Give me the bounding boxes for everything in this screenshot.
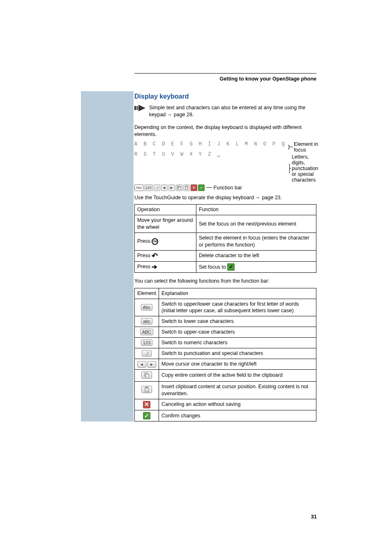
elems-header-element: Element	[135, 288, 159, 299]
table-row: Element Explanation	[135, 288, 316, 299]
ops-row4-fn: Set focus to ✓	[196, 261, 316, 272]
el-paste-desc: Insert clipboard content at cursor posit…	[159, 381, 316, 399]
el-arrows-desc: Move cursor one character to the right/l…	[159, 359, 316, 369]
el-abc-upper: ABC	[135, 327, 159, 338]
svg-rect-0	[134, 106, 136, 110]
key-punct-icon: .,!	[142, 350, 152, 357]
forward-arrow-icon: ➔	[152, 264, 157, 270]
funcbar-cancel-icon: ✕	[191, 184, 197, 191]
funcbar-left-icon: ◄	[161, 184, 168, 191]
table-row: .,! Switch to punctuation and special ch…	[135, 348, 316, 359]
svg-rect-10	[146, 387, 148, 388]
ops-row3-label: Press	[137, 253, 152, 258]
ops-row4-fn-text: Set focus to	[199, 264, 227, 270]
funcbar-abc-icon: Abc	[134, 184, 143, 191]
section-title: Display keyboard	[134, 93, 316, 100]
el-abc-upper-desc: Switch to upper-case characters	[159, 327, 316, 338]
el-copy	[135, 369, 159, 381]
key-123-icon: 123	[141, 339, 152, 346]
table-row: Abc Switch to upper/lower case character…	[135, 299, 316, 316]
elems-header-explanation: Explanation	[159, 288, 316, 299]
el-paste	[135, 381, 159, 399]
kb-letters-row-2: R S T U V W X Y Z ␣	[134, 151, 222, 157]
body-text-touchguide-b: page 23.	[262, 195, 282, 200]
table-row: ✕ Canceling an action without saving	[135, 399, 316, 410]
page-content: Display keyboard Simple text and charact…	[134, 73, 316, 421]
el-123-desc: Switch to numeric characters	[159, 338, 316, 348]
key-copy-icon	[141, 371, 152, 379]
body-text-context: Depending on the context, the display ke…	[134, 124, 316, 138]
key-abc-upper-icon: ABC	[140, 329, 154, 335]
table-row: Insert clipboard content at cursor posit…	[135, 381, 316, 399]
ops-row4-label: Press	[137, 264, 152, 269]
el-punct: .,!	[135, 348, 159, 359]
el-confirm-desc: Confirm changes	[159, 410, 316, 421]
annotation-letters: Letters, digits, punctuation or special …	[292, 154, 323, 183]
note-text: Simple text and characters can also be e…	[149, 104, 316, 118]
operations-table: Operation Function Move your finger arou…	[134, 204, 316, 272]
confirm-check-icon: ✓	[227, 263, 235, 271]
left-accent-bar	[81, 91, 134, 421]
table-row: ABC Switch to upper-case characters	[135, 327, 316, 338]
svg-rect-1	[136, 106, 138, 110]
funcbar-right-icon: ►	[168, 184, 175, 191]
annotation-funcbar: Function bar	[214, 185, 242, 191]
el-arrows: ◄ ►	[135, 359, 159, 369]
el-abc-mixed-desc: Switch to upper/lower case characters fo…	[159, 299, 316, 316]
note-block: Simple text and characters can also be e…	[134, 104, 316, 118]
table-row: Move your finger around the wheel Set th…	[135, 215, 316, 233]
el-punct-desc: Switch to punctuation and special charac…	[159, 348, 316, 359]
ops-row4-op: Press ➔	[135, 261, 196, 272]
table-row: Press ↶ Delete character to the left	[135, 250, 316, 261]
display-keyboard-diagram: A B C D E F G H I J K L M N O P Q R S T …	[134, 141, 316, 191]
funcbar-punct-icon: .,!	[154, 184, 160, 191]
annotation-focus: Element in focus	[294, 141, 323, 153]
el-cancel: ✕	[135, 399, 159, 410]
key-right-arrow-icon: ►	[147, 361, 156, 368]
key-abc-mixed-icon: Abc	[141, 304, 153, 311]
el-abc-lower: abc	[135, 316, 159, 327]
table-row: Copy entire content of the active field …	[135, 369, 316, 381]
table-row: ◄ ► Move cursor one character to the rig…	[135, 359, 316, 369]
funcbar-confirm-icon: ✓	[198, 184, 205, 191]
page-number: 31	[311, 514, 317, 520]
el-cancel-desc: Canceling an action without saving	[159, 399, 316, 410]
key-left-arrow-icon: ◄	[137, 361, 146, 368]
el-123: 123	[135, 338, 159, 348]
back-arrow-icon: ↶	[152, 252, 158, 260]
elements-table: Element Explanation Abc Switch to upper/…	[134, 288, 316, 422]
svg-rect-4	[178, 187, 181, 190]
funcbar-copy-icon	[176, 184, 182, 191]
note-icon	[134, 104, 146, 113]
body-text-funcbar-select: You can select the following functions f…	[134, 278, 316, 285]
note-text-main: Simple text and characters can also be e…	[149, 105, 305, 117]
svg-rect-5	[185, 186, 188, 189]
ops-header-function: Function	[196, 205, 316, 215]
ops-row1-op: Move your finger around the wheel	[135, 215, 196, 233]
table-row: Operation Function	[135, 205, 316, 215]
key-confirm-icon: ✓	[143, 412, 150, 419]
note-xref: page 28.	[174, 112, 194, 117]
svg-rect-8	[146, 374, 149, 378]
svg-marker-2	[138, 105, 145, 111]
svg-rect-6	[186, 186, 187, 187]
ops-row1-fn: Set the focus on the next/previous eleme…	[196, 215, 316, 233]
funcbar-paste-icon	[183, 184, 190, 191]
function-bar-diagram: Abc 123 .,! ◄ ► ✕ ✓	[134, 184, 205, 191]
el-copy-desc: Copy entire content of the active field …	[159, 369, 316, 381]
table-row: 123 Switch to numeric characters	[135, 338, 316, 348]
xref-arrow-2: →	[255, 195, 261, 200]
key-cancel-icon: ✕	[143, 401, 150, 408]
ops-row2-fn: Select the element in focus (enters the …	[196, 233, 316, 251]
ops-row3-fn: Delete character to the left	[196, 250, 316, 261]
table-row: Press ➔ Set focus to ✓	[135, 261, 316, 272]
table-row: ✓ Confirm changes	[135, 410, 316, 421]
body-text-touchguide: Use the TouchGuide to operate the displa…	[134, 194, 316, 201]
ops-row2-label: Press	[137, 238, 152, 244]
ops-header-operation: Operation	[135, 205, 196, 215]
ok-button-icon: OK	[152, 238, 158, 245]
key-abc-lower-icon: abc	[141, 318, 152, 325]
ops-row2-op: Press OK	[135, 233, 196, 251]
funcbar-123-icon: 123	[144, 184, 153, 191]
el-abc-mixed: Abc	[135, 299, 159, 316]
